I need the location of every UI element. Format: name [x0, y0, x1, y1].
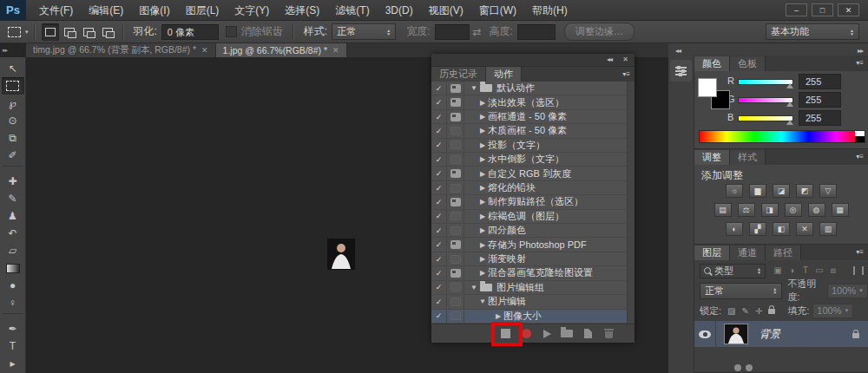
panel-menu-icon[interactable]: ▾≡	[622, 70, 630, 78]
collapse-arrow-icon[interactable]: ▶	[477, 127, 488, 134]
check-icon[interactable]: ✓	[431, 238, 447, 251]
expand-arrow-icon[interactable]: ▼	[469, 284, 479, 291]
actions-tab-动作[interactable]: 动作	[486, 67, 522, 82]
check-icon[interactable]: ✓	[431, 252, 447, 265]
dialog-toggle-cell[interactable]	[447, 310, 464, 323]
expand-arrow-icon[interactable]: ▼	[469, 84, 479, 92]
action-row-默认动作[interactable]: ✓▼默认动作	[431, 82, 635, 95]
expand-arrow-icon[interactable]: ▼	[477, 298, 488, 305]
action-row-混合器画笔克隆绘图设置[interactable]: ✓▶混合器画笔克隆绘图设置	[431, 266, 635, 280]
color-lookup-icon[interactable]: ▦	[832, 203, 849, 217]
channel-value-input[interactable]: 255	[799, 110, 841, 126]
swap-dimensions-icon[interactable]: ⇄	[473, 26, 482, 38]
collapse-arrow-icon[interactable]: ▶	[477, 113, 488, 121]
filter-pixel-layers-icon[interactable]: ▣	[771, 265, 785, 276]
path-selection-tool[interactable]: ▸	[2, 355, 24, 372]
action-row-木质画框 - 50 像素[interactable]: ✓▶木质画框 - 50 像素	[431, 124, 635, 138]
panel-menu-icon[interactable]: ▾≡	[856, 153, 864, 160]
lock-all-icon[interactable]	[768, 306, 775, 316]
threshold-icon[interactable]: ◧	[773, 222, 790, 236]
levels-icon[interactable]: ▆	[749, 184, 766, 198]
dialog-toggle-cell[interactable]	[447, 124, 464, 137]
layer-visibility-toggle[interactable]	[694, 321, 716, 347]
width-input[interactable]	[435, 24, 470, 40]
lock-position-icon[interactable]: ✛	[755, 306, 762, 316]
collapse-arrow-icon[interactable]: ▶	[477, 255, 488, 263]
intersect-selection-button[interactable]	[99, 23, 116, 41]
antialias-checkbox[interactable]	[226, 26, 237, 37]
lasso-tool[interactable]: ℘	[2, 95, 24, 112]
layer-row-background[interactable]: 背景	[694, 321, 868, 347]
channel-slider-R[interactable]	[738, 79, 793, 85]
dialog-toggle-cell[interactable]	[447, 266, 464, 279]
collapse-arrow-icon[interactable]: ▶	[477, 198, 488, 206]
menu-item-8[interactable]: 3D(D)	[378, 0, 421, 21]
dialog-toggle-cell[interactable]	[447, 195, 464, 208]
action-row-四分颜色[interactable]: ✓▶四分颜色	[431, 224, 635, 238]
expand-dock-icon[interactable]: ▸▸	[858, 47, 863, 55]
dodge-tool[interactable]: ♀	[2, 294, 24, 311]
play-selection-button[interactable]	[540, 328, 554, 339]
type-tool[interactable]: T	[2, 337, 24, 355]
filter-shape-layers-icon[interactable]: ▭	[812, 265, 826, 276]
collapse-arrow-icon[interactable]: ▶	[477, 99, 488, 107]
document-image[interactable]	[328, 239, 354, 269]
color-balance-icon[interactable]: ⚖	[738, 203, 755, 217]
check-icon[interactable]: ✓	[431, 82, 447, 95]
collapse-arrow-icon[interactable]: ▶	[477, 155, 488, 163]
close-panel-icon[interactable]: ✕	[622, 56, 628, 63]
gradient-tool[interactable]	[2, 259, 24, 277]
invert-icon[interactable]: ◐	[726, 222, 743, 236]
slider-thumb-icon[interactable]	[786, 83, 793, 88]
menu-item-11[interactable]: 帮助(H)	[524, 0, 575, 21]
close-tab-icon[interactable]: ✕	[201, 46, 208, 55]
check-icon[interactable]: ✓	[431, 195, 447, 208]
check-icon[interactable]: ✓	[431, 153, 447, 166]
workspace-select[interactable]: 基本功能	[766, 23, 859, 40]
check-icon[interactable]: ✓	[431, 181, 447, 194]
collapse-arrow-icon[interactable]: ▶	[477, 241, 488, 249]
channel-value-input[interactable]: 255	[799, 74, 841, 89]
collapse-arrow-icon[interactable]: ▶	[477, 184, 488, 192]
action-row-自定义 RGB 到灰度[interactable]: ✓▶自定义 RGB 到灰度	[431, 167, 635, 180]
check-icon[interactable]: ✓	[431, 310, 447, 323]
move-tool[interactable]: ↖	[2, 60, 24, 77]
action-row-图片编辑[interactable]: ✓▼图片编辑	[431, 295, 635, 309]
black-white-icon[interactable]: ◨	[761, 203, 779, 217]
dialog-toggle-cell[interactable]	[447, 139, 464, 152]
crop-tool[interactable]: ⧉	[2, 129, 24, 147]
check-icon[interactable]: ✓	[431, 95, 447, 108]
pen-tool[interactable]: ✒	[2, 320, 24, 337]
filter-toggle-icon[interactable]	[853, 266, 864, 275]
properties-panel-icon[interactable]	[670, 60, 692, 82]
dialog-toggle-cell[interactable]	[447, 95, 464, 108]
new-selection-button[interactable]	[42, 23, 59, 41]
filter-smart-objects-icon[interactable]: ⧈	[826, 265, 840, 276]
menu-item-9[interactable]: 视图(V)	[421, 0, 471, 21]
menu-item-6[interactable]: 选择(S)	[277, 0, 327, 21]
delete-action-button[interactable]	[602, 328, 615, 339]
eraser-tool[interactable]: ▱	[2, 242, 24, 259]
height-input[interactable]	[517, 24, 556, 40]
layer-filter-select[interactable]: 类型	[700, 264, 766, 278]
action-row-棕褐色调（图层）[interactable]: ✓▶棕褐色调（图层）	[431, 210, 635, 224]
close-button[interactable]: ✕	[838, 3, 859, 16]
black-swatch[interactable]	[855, 136, 865, 142]
action-row-熔化的铅块[interactable]: ✓▶熔化的铅块	[431, 181, 635, 195]
menu-item-7[interactable]: 滤镜(T)	[327, 0, 377, 21]
dialog-toggle-cell[interactable]	[447, 153, 464, 166]
dialog-toggle-cell[interactable]	[447, 238, 464, 251]
check-icon[interactable]: ✓	[431, 281, 447, 294]
tool-preset-picker[interactable]: ▾	[8, 27, 29, 37]
quick-selection-tool[interactable]: ⊙	[2, 112, 24, 129]
add-to-selection-button[interactable]	[61, 23, 78, 41]
slider-thumb-icon[interactable]	[786, 101, 793, 107]
panel-menu-icon[interactable]: ▾≡	[856, 248, 864, 256]
action-row-水中倒影（文字）[interactable]: ✓▶水中倒影（文字）	[431, 153, 635, 167]
check-icon[interactable]: ✓	[431, 139, 447, 152]
subtract-from-selection-button[interactable]	[80, 23, 97, 41]
dialog-toggle-cell[interactable]	[447, 295, 464, 308]
menu-item-10[interactable]: 窗口(W)	[471, 0, 524, 21]
action-row-淡出效果（选区）[interactable]: ✓▶淡出效果（选区）	[431, 95, 635, 109]
refine-edge-button[interactable]: 调整边缘…	[564, 23, 635, 41]
